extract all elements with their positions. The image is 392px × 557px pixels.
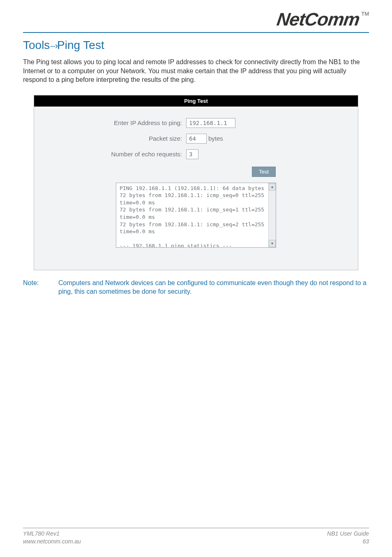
footer-left-1: YML780 Rev1 bbox=[23, 530, 81, 538]
label-bytes: bytes bbox=[208, 135, 223, 142]
row-size: Packet size: bytes bbox=[51, 134, 341, 144]
label-requests: Number of echo requests: bbox=[51, 151, 186, 158]
scroll-up-icon[interactable]: ▴ bbox=[269, 183, 276, 190]
footer-left: YML780 Rev1 www.netcomm.com.au bbox=[23, 530, 81, 545]
row-requests: Number of echo requests: bbox=[51, 149, 341, 159]
label-size: Packet size: bbox=[51, 135, 186, 142]
label-ip: Enter IP Address to ping: bbox=[51, 119, 186, 126]
intro-paragraph: The Ping test allows you to ping local a… bbox=[23, 58, 369, 84]
trademark: TM bbox=[361, 11, 369, 17]
scrollbar[interactable]: ▴ ▾ bbox=[268, 183, 276, 247]
note-label: Note: bbox=[23, 278, 58, 296]
title-right: Ping Test bbox=[57, 39, 104, 51]
footer-left-2: www.netcomm.com.au bbox=[23, 538, 81, 545]
note-body: Computers and Network devices can be con… bbox=[58, 278, 369, 296]
echo-requests-input[interactable] bbox=[186, 149, 198, 159]
footer-rule bbox=[23, 528, 369, 528]
page-title: Tools···›Ping Test bbox=[23, 39, 369, 52]
footer-right: NB1 User Guide 63 bbox=[327, 530, 369, 545]
packet-size-input[interactable] bbox=[186, 134, 207, 144]
title-left: Tools bbox=[23, 39, 50, 51]
title-arrow-icon: ···› bbox=[50, 41, 57, 51]
result-wrap: ▴ ▾ bbox=[116, 183, 276, 248]
panel-body: Enter IP Address to ping: Packet size: b… bbox=[34, 107, 358, 270]
ping-result-textarea[interactable] bbox=[116, 183, 268, 247]
footer-right-1: NB1 User Guide bbox=[327, 530, 369, 538]
note: Note: Computers and Network devices can … bbox=[23, 278, 369, 296]
footer-right-2: 63 bbox=[327, 538, 369, 545]
ping-test-panel: Ping Test Enter IP Address to ping: Pack… bbox=[34, 95, 358, 270]
row-ip: Enter IP Address to ping: bbox=[51, 118, 341, 128]
ip-input[interactable] bbox=[186, 118, 235, 128]
scroll-down-icon[interactable]: ▾ bbox=[269, 240, 276, 247]
result-row: ▴ ▾ bbox=[51, 183, 341, 248]
logo-row: NetComm TM bbox=[23, 0, 369, 30]
logo-text: NetComm bbox=[276, 9, 361, 30]
test-button[interactable]: Test bbox=[252, 167, 276, 177]
test-button-row: Test bbox=[51, 167, 341, 177]
logo: NetComm TM bbox=[277, 9, 369, 30]
panel-header: Ping Test bbox=[34, 95, 358, 107]
page-footer: YML780 Rev1 www.netcomm.com.au NB1 User … bbox=[23, 528, 369, 545]
header-rule bbox=[23, 32, 369, 33]
